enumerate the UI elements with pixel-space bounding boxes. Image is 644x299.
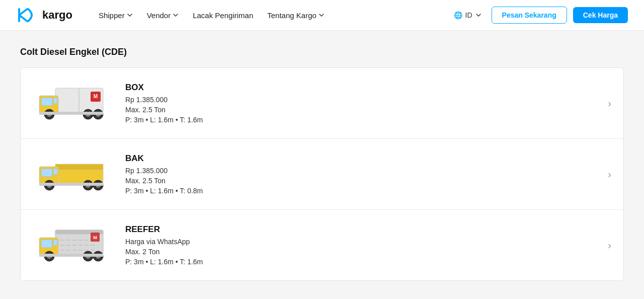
- vehicle-capacity: Max. 2.5 Ton: [125, 177, 600, 185]
- svg-rect-19: [53, 169, 57, 175]
- svg-rect-4: [53, 98, 57, 104]
- svg-rect-36: [53, 240, 57, 246]
- logo[interactable]: kargo: [16, 6, 72, 24]
- nav-lacak[interactable]: Lacak Pengiriman: [187, 7, 259, 24]
- vehicle-price: Rp 1.385.000: [125, 167, 600, 175]
- vehicle-name: REEFER: [125, 225, 600, 235]
- truck-box-icon: M: [35, 81, 111, 126]
- nav-vendor[interactable]: Vendor: [141, 7, 185, 24]
- chevron-down-icon: [475, 12, 481, 18]
- vehicle-name: BAK: [125, 154, 600, 164]
- vehicle-dimensions: P: 3m • L: 1.6m • T: 1.6m: [125, 258, 600, 266]
- section-title: Colt Diesel Engkel (CDE): [20, 47, 624, 57]
- nav-shipper[interactable]: Shipper: [93, 7, 139, 24]
- vehicle-card-box[interactable]: M BOX Rp 1.385.000 Max. 2.5 Ton P: 3m • …: [21, 68, 623, 139]
- nav-items: Shipper Vendor Lacak Pengiriman Tentang …: [93, 7, 434, 24]
- logo-icon: [16, 6, 38, 24]
- svg-rect-43: [39, 254, 103, 257]
- vehicle-price: Rp 1.385.000: [125, 96, 600, 104]
- chevron-down-icon: [127, 12, 133, 18]
- vehicle-image-box: M: [33, 78, 113, 128]
- vehicle-price: Harga via WhatsApp: [125, 238, 600, 246]
- nav-tentang[interactable]: Tentang Kargo: [261, 7, 331, 24]
- svg-rect-3: [41, 98, 52, 106]
- vehicle-list: M BOX Rp 1.385.000 Max. 2.5 Ton P: 3m • …: [20, 67, 624, 281]
- vehicle-card-reefer[interactable]: M RE: [21, 210, 623, 280]
- chevron-down-icon: [173, 12, 179, 18]
- pesan-sekarang-button[interactable]: Pesan Sekarang: [492, 7, 567, 24]
- truck-bak-icon: [35, 152, 111, 197]
- chevron-right-icon: ›: [608, 240, 611, 251]
- svg-text:M: M: [94, 94, 98, 99]
- language-selector[interactable]: 🌐 ID: [450, 8, 486, 22]
- truck-reefer-icon: M: [35, 222, 111, 268]
- chevron-down-icon: [318, 12, 325, 18]
- main-content: Colt Diesel Engkel (CDE): [0, 31, 644, 299]
- chevron-right-icon: ›: [608, 169, 611, 180]
- svg-rect-18: [41, 169, 52, 177]
- svg-rect-14: [39, 112, 103, 115]
- vehicle-image-reefer: M: [33, 220, 113, 270]
- vehicle-image-bak: [33, 149, 113, 199]
- nav-right: 🌐 ID Pesan Sekarang Cek Harga: [450, 7, 628, 24]
- vehicle-dimensions: P: 3m • L: 1.6m • T: 0.8m: [125, 187, 600, 195]
- svg-rect-16: [55, 164, 103, 170]
- vehicle-dimensions: P: 3m • L: 1.6m • T: 1.6m: [125, 116, 600, 124]
- svg-text:M: M: [93, 235, 97, 240]
- cek-harga-button[interactable]: Cek Harga: [573, 7, 628, 23]
- svg-rect-26: [39, 183, 103, 186]
- vehicle-info-bak: BAK Rp 1.385.000 Max. 2.5 Ton P: 3m • L:…: [125, 154, 600, 195]
- globe-icon: 🌐: [454, 11, 462, 19]
- chevron-right-icon: ›: [608, 98, 611, 109]
- svg-rect-35: [41, 240, 52, 248]
- navbar: kargo Shipper Vendor Lacak Pengiriman Te…: [0, 0, 644, 31]
- vehicle-info-box: BOX Rp 1.385.000 Max. 2.5 Ton P: 3m • L:…: [125, 83, 600, 124]
- logo-text: kargo: [42, 9, 72, 22]
- vehicle-capacity: Max. 2.5 Ton: [125, 106, 600, 114]
- vehicle-name: BOX: [125, 83, 600, 93]
- vehicle-card-bak[interactable]: BAK Rp 1.385.000 Max. 2.5 Ton P: 3m • L:…: [21, 139, 623, 210]
- vehicle-capacity: Max. 2 Ton: [125, 248, 600, 256]
- vehicle-info-reefer: REEFER Harga via WhatsApp Max. 2 Ton P: …: [125, 225, 600, 266]
